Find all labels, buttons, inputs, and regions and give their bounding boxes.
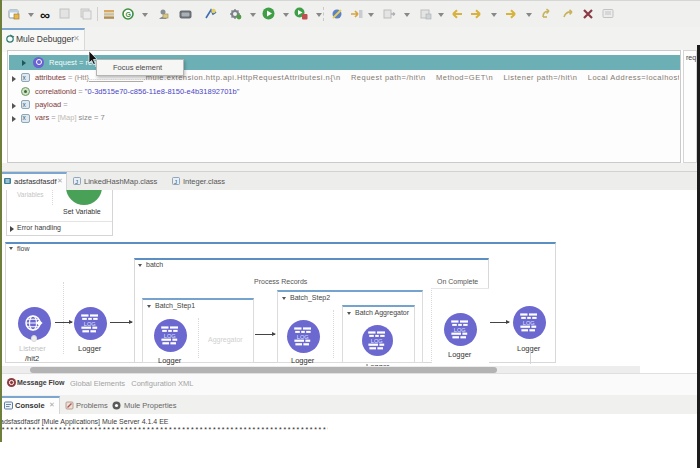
svg-text:LOG: LOG bbox=[523, 320, 535, 326]
svg-text:LOG: LOG bbox=[164, 332, 176, 338]
svg-text:J: J bbox=[174, 179, 177, 185]
svg-text:LOG: LOG bbox=[297, 334, 309, 340]
svg-text:G: G bbox=[125, 11, 131, 18]
svg-text:J: J bbox=[75, 179, 78, 185]
svg-text:LOG: LOG bbox=[371, 338, 383, 344]
svg-text:LOG: LOG bbox=[84, 321, 96, 327]
svg-text:LOG: LOG bbox=[454, 326, 466, 332]
